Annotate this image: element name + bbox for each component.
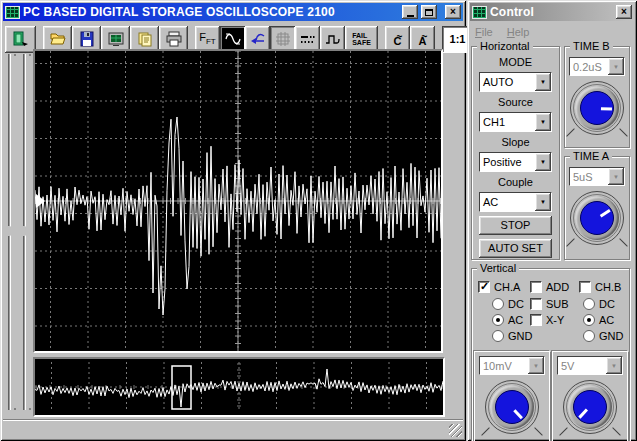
time-b-group-label: TIME B [570,40,613,52]
xy-checkbox[interactable] [530,314,542,326]
knob-min-tick [566,128,574,136]
main-title-bar[interactable]: PC BASED DIGITAL STORAGE OSCILLOSCOPE 21… [3,3,463,21]
channel-b-slider-thumb[interactable] [19,226,30,236]
control-title-bar[interactable]: Control × [470,3,634,21]
knob-max-tick [534,427,542,435]
add-mode[interactable]: ADD [530,281,569,293]
gnd-label: GND [508,330,532,342]
slider-tick [14,54,16,56]
channel-a-range-select[interactable]: 10mV ▼ [479,356,545,375]
channel-b-ac-radio[interactable] [583,314,595,326]
menu-file[interactable]: File [475,26,493,38]
channel-b-checkbox[interactable] [579,281,591,293]
open-folder-icon [50,31,66,47]
chevron-down-icon[interactable]: ▼ [606,357,622,374]
sub-checkbox[interactable] [530,298,542,310]
exit-door-icon [12,31,30,47]
app-icon [5,6,20,19]
save-floppy-icon [79,31,95,47]
notes-icon [137,31,153,47]
main-scope-display[interactable] [33,49,443,353]
source-label: Source [479,96,552,108]
channel-b-dc-radio[interactable] [583,298,595,310]
source-select[interactable]: CH1 ▼ [479,112,552,132]
time-b-select[interactable]: 0.2uS ▼ [569,57,625,76]
slope-select[interactable]: Positive ▼ [479,152,552,172]
chevron-down-icon[interactable]: ▼ [535,73,551,91]
xy-mode[interactable]: X-Y [530,314,564,326]
slope-label: Slope [479,136,552,148]
slider-tick [14,408,16,410]
probe-1-1-label: 1:1 [450,33,466,45]
menu-help[interactable]: Help [507,26,530,38]
minimize-button[interactable] [402,5,418,19]
channel-a-dc[interactable]: DC [492,298,524,310]
channel-b-gnd-radio[interactable] [583,330,595,342]
channel-a-panel: 10mV ▼ [474,351,550,441]
slider-tick [29,408,31,410]
couple-label: Couple [479,176,552,188]
maximize-button[interactable] [421,5,437,19]
channel-a-checkbox[interactable] [478,281,490,293]
channel-b-ac[interactable]: AC [583,314,614,326]
chevron-down-icon[interactable]: ▼ [528,357,544,374]
control-app-icon [472,6,487,19]
channel-a-gnd-radio[interactable] [492,330,504,342]
knob-min-tick [559,427,567,435]
control-close-icon: × [621,7,627,17]
horizontal-group-label: Horizontal [477,40,533,52]
channel-a-ac-radio[interactable] [492,314,504,326]
channel-a-ac[interactable]: AC [492,314,523,326]
mode-label: MODE [479,56,552,68]
channel-b-gain-knob[interactable] [563,380,617,434]
sub-label: SUB [546,298,569,310]
chevron-down-icon[interactable]: ▼ [608,168,624,185]
channel-a-gnd[interactable]: GND [492,330,532,342]
channel-b-range-select[interactable]: 5V ▼ [557,356,623,375]
slope-value: Positive [480,153,535,171]
time-a-select[interactable]: 5uS ▼ [569,167,625,186]
knob-min-tick [566,238,574,246]
chevron-down-icon[interactable]: ▼ [608,58,624,75]
channel-a-slider-thumb[interactable] [4,226,15,236]
time-b-knob[interactable] [570,81,624,135]
temp-c-label: ~C [393,32,403,46]
failsafe-label: FAIL SAFE [352,32,371,46]
knob-max-tick [619,128,627,136]
stop-button[interactable]: STOP [479,216,552,235]
ac-label: AC [508,314,523,326]
time-a-knob[interactable] [570,191,624,245]
slider-tick [29,54,31,56]
horizontal-group: Horizontal MODE AUTO ▼ Source CH1 ▼ Slop… [471,46,560,260]
chevron-down-icon[interactable]: ▼ [535,193,551,211]
mode-select[interactable]: AUTO ▼ [479,72,552,92]
chevron-down-icon[interactable]: ▼ [535,153,551,171]
maximize-icon [425,9,433,16]
channel-a-dc-radio[interactable] [492,298,504,310]
knob-min-tick [481,427,489,435]
grid-icon [275,31,291,47]
channel-a-enable[interactable]: CH.A [478,281,520,293]
couple-select[interactable]: AC ▼ [479,192,552,212]
control-close-button[interactable]: × [616,5,632,19]
exit-button[interactable] [5,26,36,53]
arrow-left-icon [250,32,266,46]
close-button[interactable]: × [445,5,461,19]
channel-b-dc[interactable]: DC [583,298,615,310]
time-a-group: TIME A 5uS ▼ [564,156,630,260]
overview-scope-display[interactable] [33,357,445,417]
resize-grip[interactable] [449,424,462,437]
ac-label: AC [599,314,614,326]
auto-set-button[interactable]: AUTO SET [479,239,552,258]
channel-a-label: CH.A [494,281,520,293]
channel-a-position-slider[interactable] [3,52,17,412]
channel-b-gnd[interactable]: GND [583,330,623,342]
channel-b-position-slider[interactable] [18,52,32,412]
chevron-down-icon[interactable]: ▼ [535,113,551,131]
channel-a-gain-knob[interactable] [485,380,539,434]
add-checkbox[interactable] [530,281,542,293]
channel-b-range-value: 5V [558,357,606,374]
mode-value: AUTO [480,73,535,91]
sub-mode[interactable]: SUB [530,298,569,310]
channel-b-enable[interactable]: CH.B [579,281,621,293]
